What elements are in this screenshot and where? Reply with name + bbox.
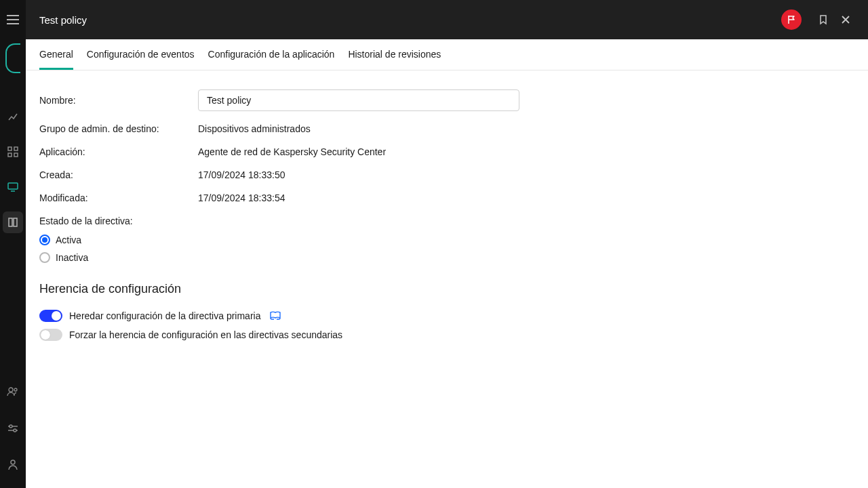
nav-users[interactable] — [0, 381, 26, 403]
brand-logo — [5, 43, 20, 73]
tab-label: General — [39, 49, 73, 60]
svg-rect-1 — [14, 147, 18, 150]
svg-rect-3 — [14, 153, 18, 157]
inherit-label: Heredar configuración de la directiva pr… — [69, 310, 260, 321]
tab-events[interactable]: Configuración de eventos — [87, 39, 195, 70]
app-value: Agente de red de Kaspersky Security Cent… — [198, 146, 386, 157]
svg-rect-6 — [14, 218, 17, 226]
bookmark-icon[interactable] — [814, 10, 833, 29]
tab-general[interactable]: General — [39, 39, 73, 70]
inherit-toggle[interactable] — [39, 310, 62, 322]
policy-panel: Test policy General Configuración de eve… — [26, 0, 868, 488]
flag-icon — [787, 15, 796, 24]
svg-point-8 — [14, 388, 17, 391]
svg-point-11 — [11, 460, 15, 464]
status-inactive-radio[interactable]: Inactiva — [39, 252, 854, 263]
force-inherit-label: Forzar la herencia de configuración en l… — [69, 329, 342, 340]
inheritance-section-title: Herencia de configuración — [39, 282, 854, 296]
panel-title: Test policy — [39, 14, 87, 26]
radio-icon — [39, 252, 50, 263]
nav-apps[interactable] — [0, 141, 26, 163]
svg-point-7 — [9, 388, 13, 392]
panel-header: Test policy — [26, 0, 868, 39]
tab-bar: General Configuración de eventos Configu… — [26, 39, 868, 70]
flag-badge[interactable] — [781, 9, 802, 30]
svg-rect-5 — [9, 218, 12, 226]
tab-revisions[interactable]: Historial de revisiones — [348, 39, 441, 70]
tab-app-config[interactable]: Configuración de la aplicación — [208, 39, 335, 70]
force-inherit-toggle[interactable] — [39, 329, 62, 341]
svg-rect-2 — [8, 153, 12, 157]
created-label: Creada: — [39, 169, 198, 180]
status-inactive-label: Inactiva — [56, 252, 88, 263]
svg-rect-0 — [8, 147, 12, 150]
general-content: Nombre: Grupo de admin. de destino: Disp… — [26, 70, 868, 360]
created-value: 17/09/2024 18:33:50 — [198, 169, 285, 180]
modified-value: 17/09/2024 18:33:54 — [198, 192, 285, 203]
svg-rect-4 — [8, 183, 18, 189]
group-label: Grupo de admin. de destino: — [39, 123, 198, 134]
svg-point-10 — [14, 429, 16, 432]
nav-devices[interactable] — [0, 176, 26, 198]
status-label: Estado de la directiva: — [39, 216, 854, 226]
radio-icon — [39, 235, 50, 245]
nav-settings[interactable] — [0, 418, 26, 439]
status-active-label: Activa — [56, 235, 81, 245]
status-active-radio[interactable]: Activa — [39, 235, 854, 245]
group-value: Dispositivos administrados — [198, 123, 311, 134]
svg-point-9 — [9, 425, 12, 428]
left-nav-rail — [0, 0, 26, 488]
nav-profile[interactable] — [0, 454, 26, 476]
modified-label: Modificada: — [39, 192, 198, 203]
name-label: Nombre: — [39, 95, 198, 106]
name-input[interactable] — [198, 89, 519, 111]
nav-selected-item[interactable] — [3, 211, 23, 233]
tab-label: Historial de revisiones — [348, 49, 441, 60]
menu-icon[interactable] — [7, 15, 19, 24]
tab-label: Configuración de la aplicación — [208, 49, 335, 60]
app-label: Aplicación: — [39, 146, 198, 157]
help-icon[interactable] — [270, 311, 281, 321]
nav-dashboard[interactable] — [0, 106, 26, 127]
tab-label: Configuración de eventos — [87, 49, 195, 60]
close-icon[interactable] — [837, 11, 854, 28]
